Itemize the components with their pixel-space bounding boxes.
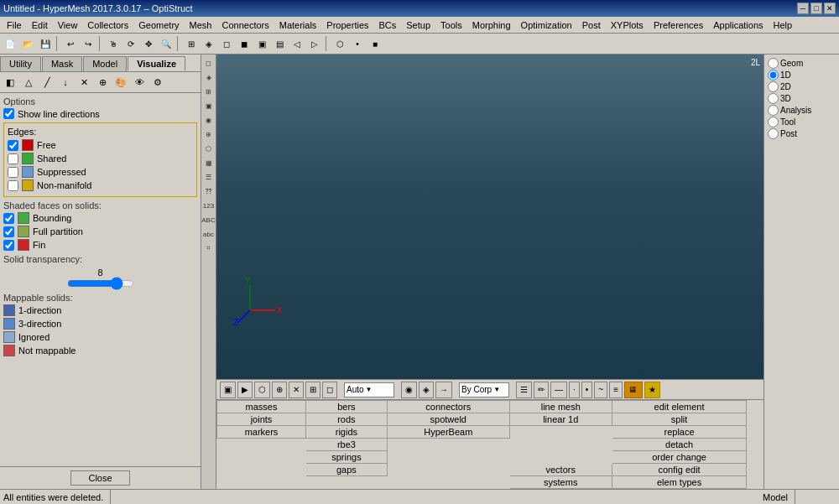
cell-editelement[interactable]: edit element <box>612 401 747 413</box>
tb-pan[interactable]: ✥ <box>140 35 157 52</box>
vt-icon-10[interactable]: ⁇ <box>202 184 216 198</box>
minimize-button[interactable]: ─ <box>797 3 809 14</box>
shaded-bounding-checkbox[interactable] <box>3 213 14 224</box>
bt-auto-dropdown[interactable]: Auto ▼ <box>344 382 394 397</box>
menu-item-help[interactable]: Help <box>769 19 798 31</box>
cell-rigids[interactable]: rigids <box>306 426 388 439</box>
shaded-fullpartition-checkbox[interactable] <box>3 226 14 237</box>
cell-elemtypes[interactable]: elem types <box>612 476 747 489</box>
cell-markers[interactable]: markers <box>217 426 306 439</box>
bt-dot-icon[interactable]: • <box>581 382 593 398</box>
bt-point-icon[interactable]: · <box>569 382 580 398</box>
tb-open[interactable]: 📂 <box>19 35 36 52</box>
edge-suppressed-checkbox[interactable] <box>8 167 18 178</box>
menu-item-materials[interactable]: Materials <box>274 19 322 31</box>
cell-bers[interactable]: bers <box>306 401 388 413</box>
bt-line-icon[interactable]: — <box>550 382 567 398</box>
edge-free-checkbox[interactable] <box>8 140 18 151</box>
radio-geom[interactable] <box>768 58 779 69</box>
vt-icon-14[interactable]: ⌗ <box>202 242 216 255</box>
tb-front[interactable]: ◻ <box>218 35 235 52</box>
radio-2d[interactable] <box>768 81 779 92</box>
bt-bycomp-dropdown[interactable]: By Corp ▼ <box>459 382 509 397</box>
icon-line[interactable]: ╱ <box>39 74 55 91</box>
close-button-title[interactable]: ✕ <box>824 3 836 14</box>
bt-play-icon[interactable]: ▶ <box>237 382 253 398</box>
bt-wave-icon[interactable]: ~ <box>594 382 607 398</box>
cell-linear1d[interactable]: linear 1d <box>509 413 612 426</box>
cell-gaps[interactable]: gaps <box>306 464 388 476</box>
tb-elem[interactable]: ■ <box>367 35 383 52</box>
menu-item-post[interactable]: Post <box>577 19 606 31</box>
vt-icon-5[interactable]: ◉ <box>202 113 216 127</box>
solid-transparency-slider[interactable] <box>67 278 134 289</box>
cell-orderchange[interactable]: order change <box>612 451 747 464</box>
bt-select-icon[interactable]: ▣ <box>220 382 236 398</box>
tb-rotate[interactable]: ⟳ <box>122 35 139 52</box>
cell-linemesh[interactable]: line mesh <box>509 401 612 413</box>
bt-sphere-icon[interactable]: ◉ <box>401 382 417 398</box>
tb-left[interactable]: ◁ <box>289 35 305 52</box>
menu-item-tools[interactable]: Tools <box>435 19 467 31</box>
tab-model[interactable]: Model <box>83 56 127 71</box>
edge-shared-checkbox[interactable] <box>8 153 18 164</box>
radio-3d[interactable] <box>768 93 779 104</box>
cell-configedit[interactable]: config edit <box>612 464 747 476</box>
menu-item-edit[interactable]: Edit <box>27 19 53 31</box>
menu-item-properties[interactable]: Properties <box>321 19 373 31</box>
tb-bottom[interactable]: ▤ <box>271 35 288 52</box>
tb-select[interactable]: 🖱 <box>105 35 122 52</box>
menu-item-xyplots[interactable]: XYPlots <box>606 19 649 31</box>
tb-fit[interactable]: ⊞ <box>183 35 200 52</box>
cell-rbe3[interactable]: rbe3 <box>306 439 388 451</box>
bt-monitor-icon[interactable]: 🖥 <box>624 382 643 398</box>
tb-undo[interactable]: ↩ <box>62 35 79 52</box>
radio-1d[interactable] <box>768 70 779 81</box>
cell-systems[interactable]: systems <box>509 476 612 489</box>
icon-cross[interactable]: ✕ <box>76 74 92 91</box>
radio-analysis[interactable] <box>768 105 779 116</box>
cell-springs[interactable]: springs <box>306 451 388 464</box>
viewport-3d[interactable]: 2L X Y Z <box>216 55 763 379</box>
tab-visualize[interactable]: Visualize <box>128 56 185 71</box>
bt-plus-icon[interactable]: ⊕ <box>272 382 287 398</box>
tb-mesh[interactable]: ⬡ <box>331 35 348 52</box>
menu-item-preferences[interactable]: Preferences <box>649 19 708 31</box>
menu-item-connectors[interactable]: Connectors <box>216 19 274 31</box>
cell-replace[interactable]: replace <box>612 426 747 439</box>
tb-zoom[interactable]: 🔍 <box>158 35 175 52</box>
cell-connectors[interactable]: connectors <box>387 401 509 413</box>
vt-icon-1[interactable]: ◻ <box>202 56 216 70</box>
bt-cube-icon[interactable]: ◈ <box>419 382 434 398</box>
vt-icon-3[interactable]: ⊞ <box>202 85 216 98</box>
tb-right[interactable]: ▷ <box>306 35 323 52</box>
menu-item-file[interactable]: File <box>2 19 27 31</box>
cell-hyperbeam[interactable]: HyperBeam <box>387 426 509 439</box>
tb-iso[interactable]: ◈ <box>201 35 217 52</box>
vt-icon-4[interactable]: ▣ <box>202 99 216 112</box>
show-line-directions-checkbox[interactable] <box>3 108 14 119</box>
vt-icon-9[interactable]: ☰ <box>202 170 216 184</box>
cell-masses[interactable]: masses <box>217 401 306 413</box>
cell-joints[interactable]: joints <box>217 413 306 426</box>
vt-icon-6[interactable]: ⊕ <box>202 127 216 141</box>
vt-icon-7[interactable]: ⬡ <box>202 142 216 155</box>
cell-spotweld[interactable]: spotweld <box>387 413 509 426</box>
tb-back[interactable]: ◼ <box>236 35 253 52</box>
cell-rods[interactable]: rods <box>306 413 388 426</box>
tab-utility[interactable]: Utility <box>0 56 41 71</box>
edge-nonmanifold-checkbox[interactable] <box>8 180 18 191</box>
menu-item-optimization[interactable]: Optimization <box>516 19 577 31</box>
menu-item-setup[interactable]: Setup <box>401 19 435 31</box>
menu-item-morphing[interactable]: Morphing <box>467 19 516 31</box>
tb-top[interactable]: ▣ <box>253 35 270 52</box>
radio-post[interactable] <box>768 128 779 139</box>
tab-mask[interactable]: Mask <box>42 56 82 71</box>
close-panel-button[interactable]: Close <box>70 470 129 486</box>
tb-save[interactable]: 💾 <box>37 35 54 52</box>
bt-dash-icon[interactable]: ≡ <box>609 382 623 398</box>
bt-hex-icon[interactable]: ⬡ <box>254 382 270 398</box>
bt-box-icon[interactable]: ◻ <box>322 382 337 398</box>
vt-icon-2[interactable]: ◈ <box>202 70 216 84</box>
bt-grid-icon[interactable]: ⊞ <box>305 382 320 398</box>
